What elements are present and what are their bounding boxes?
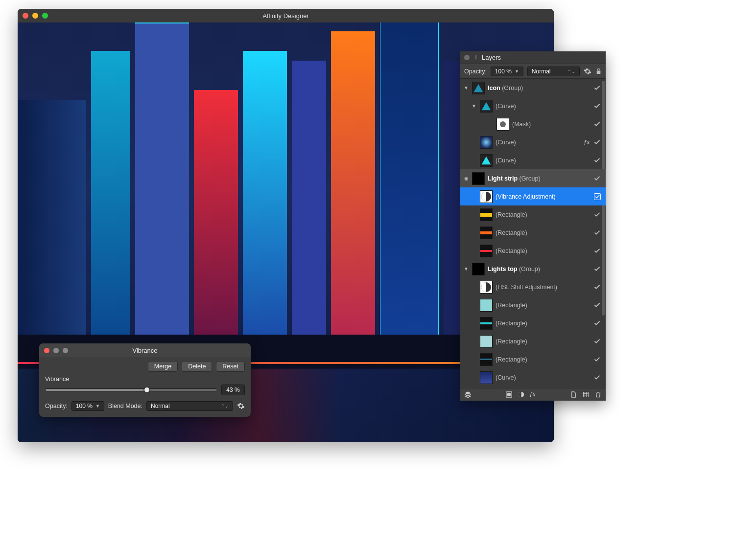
layer-thumbnail[interactable] (480, 208, 493, 221)
vibrance-dialog[interactable]: Vibrance Merge Delete Reset Vibrance 43 … (39, 343, 251, 417)
visibility-toggle[interactable] (593, 338, 601, 345)
layer-row[interactable]: (Rectangle) (460, 205, 606, 224)
layer-row[interactable]: ▼Lights top (Group) (460, 260, 606, 278)
layer-row[interactable]: (Vibrance Adjustment) (460, 187, 606, 205)
chevron-down-icon: ▼ (95, 404, 100, 408)
layer-label: Light strip (Group) (488, 175, 591, 182)
slider-thumb-icon[interactable] (143, 386, 150, 393)
dialog-opacity-select[interactable]: 100 %▼ (71, 401, 104, 411)
layer-thumbnail[interactable] (480, 190, 493, 203)
disclose-icon[interactable]: ▼ (471, 103, 477, 109)
layer-row[interactable]: ▼(Curve) (460, 97, 606, 115)
layer-thumbnail[interactable] (480, 100, 493, 113)
layer-row[interactable]: (Rectangle) (460, 350, 606, 368)
panel-close-icon[interactable] (464, 55, 470, 60)
visibility-toggle[interactable] (593, 283, 601, 291)
visibility-toggle[interactable] (593, 102, 601, 110)
layer-thumbnail[interactable] (472, 82, 485, 94)
visibility-toggle[interactable] (593, 247, 601, 254)
layer-row[interactable]: (Curve) (460, 151, 606, 169)
gear-icon[interactable] (584, 68, 591, 75)
visibility-toggle[interactable] (593, 229, 601, 236)
disclose-icon[interactable]: ▼ (463, 85, 469, 91)
blendmode-label: Blend Mode: (108, 403, 142, 409)
layers-icon[interactable] (464, 391, 472, 398)
layer-thumbnail[interactable] (480, 281, 493, 294)
updown-icon: ⌃⌄ (221, 404, 229, 408)
layer-thumbnail[interactable] (480, 299, 493, 312)
layer-row[interactable]: (Mask) (460, 115, 606, 133)
visibility-toggle[interactable] (593, 138, 601, 146)
layer-label: (Rectangle) (496, 229, 591, 236)
layer-label: (Rectangle) (496, 320, 591, 327)
fx-icon[interactable]: ƒx (530, 391, 536, 398)
layer-thumbnail[interactable] (496, 118, 509, 131)
layer-label: (Curve) (496, 103, 591, 110)
vibrance-slider[interactable] (45, 388, 217, 391)
layer-label: (HSL Shift Adjustment) (496, 284, 591, 291)
layer-row[interactable]: (Rectangle) (460, 296, 606, 314)
layer-thumbnail[interactable] (480, 353, 493, 366)
layer-label: (Rectangle) (496, 248, 591, 254)
adjustment-icon[interactable] (518, 391, 525, 398)
reset-button[interactable]: Reset (216, 361, 245, 372)
layers-panel[interactable]: ⦀ Layers Opacity: 100 %▼ Normal ⌃⌄ ▼Icon… (460, 51, 606, 401)
layer-label: (Rectangle) (496, 338, 591, 345)
lock-icon[interactable] (595, 68, 602, 75)
visibility-toggle[interactable] (593, 120, 601, 128)
new-layer-icon[interactable] (570, 391, 577, 398)
layer-thumbnail[interactable] (480, 317, 493, 330)
gear-icon[interactable] (237, 402, 245, 410)
chevron-down-icon: ▼ (515, 69, 519, 74)
visibility-toggle[interactable] (593, 157, 601, 164)
dialog-opacity-label: Opacity: (45, 403, 68, 409)
layer-row[interactable]: ▼Icon (Group) (460, 79, 606, 97)
layer-list[interactable]: ▼Icon (Group)▼(Curve)(Mask)(Curve)ƒx(Cur… (460, 79, 606, 388)
layer-row[interactable]: ◉Light strip (Group) (460, 169, 606, 187)
layer-thumbnail[interactable] (480, 227, 493, 239)
mask-icon[interactable] (505, 391, 513, 398)
disclose-icon[interactable]: ▼ (463, 266, 469, 272)
vibrance-value[interactable]: 43 % (221, 385, 245, 395)
panel-opacity-label: Opacity: (464, 68, 487, 75)
updown-icon: ⌃⌄ (567, 69, 575, 74)
visibility-toggle[interactable] (593, 319, 601, 327)
layer-thumbnail[interactable] (472, 263, 485, 275)
visibility-toggle[interactable] (593, 374, 601, 381)
layer-label: (Curve) (496, 139, 581, 146)
fx-icon[interactable]: ƒx (584, 138, 590, 146)
visibility-toggle[interactable] (593, 356, 601, 363)
merge-button[interactable]: Merge (148, 361, 178, 372)
visibility-toggle[interactable] (593, 301, 601, 309)
layer-row[interactable]: (HSL Shift Adjustment) (460, 278, 606, 296)
layer-row[interactable]: (Curve) (460, 368, 606, 386)
layer-thumbnail[interactable] (480, 371, 493, 384)
titlebar[interactable]: Affinity Designer (18, 9, 554, 23)
visibility-toggle[interactable] (593, 84, 601, 91)
delete-button[interactable]: Delete (182, 361, 212, 372)
visibility-toggle[interactable] (593, 211, 601, 218)
visibility-toggle[interactable] (594, 193, 601, 200)
layer-thumbnail[interactable] (472, 172, 485, 185)
layer-thumbnail[interactable] (480, 154, 493, 167)
panel-blendmode-select[interactable]: Normal ⌃⌄ (527, 67, 580, 76)
layer-row[interactable]: (Rectangle) (460, 332, 606, 350)
visibility-toggle[interactable] (593, 175, 601, 182)
trash-icon[interactable] (594, 391, 602, 398)
layers-tab[interactable]: Layers (482, 54, 501, 61)
dialog-titlebar[interactable]: Vibrance (39, 343, 251, 357)
layer-row[interactable]: (Rectangle) (460, 242, 606, 260)
disclose-icon[interactable]: ◉ (463, 176, 469, 181)
layer-thumbnail[interactable] (480, 245, 493, 257)
layer-row[interactable]: (Rectangle) (460, 224, 606, 242)
layer-thumbnail[interactable] (480, 335, 493, 348)
layer-label: Icon (Group) (488, 85, 591, 91)
visibility-toggle[interactable] (593, 265, 601, 272)
layer-row[interactable]: (Curve)ƒx (460, 133, 606, 151)
layer-thumbnail[interactable] (480, 136, 493, 149)
new-pixel-layer-icon[interactable] (582, 391, 590, 398)
layer-label: (Rectangle) (496, 356, 591, 363)
blendmode-select[interactable]: Normal ⌃⌄ (146, 401, 233, 411)
layer-row[interactable]: (Rectangle) (460, 314, 606, 332)
panel-opacity-select[interactable]: 100 %▼ (491, 67, 523, 76)
